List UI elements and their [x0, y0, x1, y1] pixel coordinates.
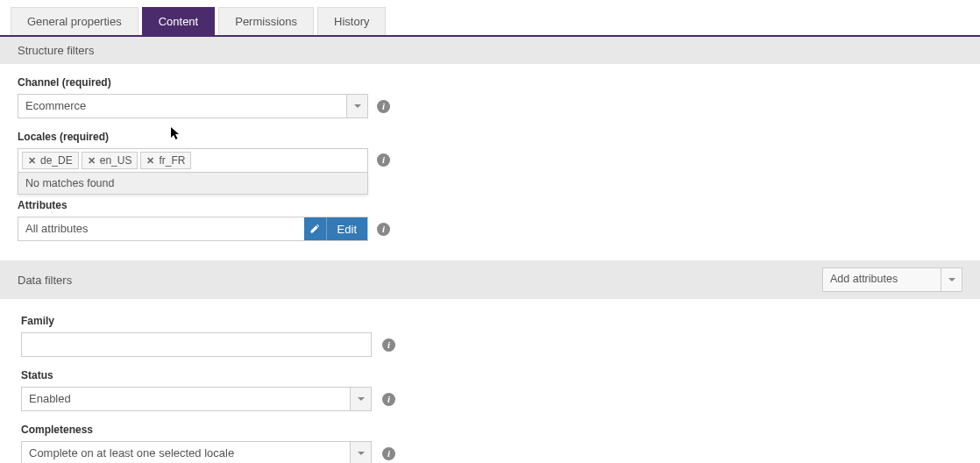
info-icon[interactable]: i [382, 393, 395, 406]
completeness-label: Completeness [21, 424, 959, 436]
no-matches-message: No matches found [18, 173, 367, 194]
locale-tag-en[interactable]: ✕ en_US [82, 152, 138, 169]
family-row: Family i [21, 315, 959, 357]
locales-input[interactable] [194, 153, 364, 168]
status-label: Status [21, 369, 959, 381]
chevron-down-icon [948, 278, 955, 281]
completeness-value: Complete on at least one selected locale [22, 442, 350, 463]
attributes-value: All attributes [18, 217, 304, 240]
section-structure-filters: Structure filters [0, 37, 980, 64]
pencil-icon [309, 224, 320, 234]
info-icon[interactable]: i [377, 100, 390, 113]
structure-filters-body: Channel (required) Ecommerce i Locales (… [0, 64, 980, 260]
family-input[interactable] [21, 332, 372, 357]
locales-multiselect[interactable]: ✕ de_DE ✕ en_US ✕ fr_FR [18, 148, 368, 173]
tag-label: en_US [100, 154, 132, 167]
status-select[interactable]: Enabled [21, 387, 372, 411]
info-icon[interactable]: i [377, 223, 390, 236]
locales-label: Locales (required) [18, 131, 962, 143]
family-label: Family [21, 315, 959, 327]
tag-label: fr_FR [159, 154, 185, 167]
close-icon[interactable]: ✕ [146, 155, 154, 167]
close-icon[interactable]: ✕ [28, 155, 36, 167]
locale-tag-de[interactable]: ✕ de_DE [22, 152, 79, 169]
tab-content[interactable]: Content [142, 7, 216, 35]
tab-general-properties[interactable]: General properties [11, 7, 138, 35]
tab-history[interactable]: History [317, 7, 386, 35]
add-attributes-caret[interactable] [941, 268, 962, 291]
section-title: Data filters [18, 274, 72, 287]
completeness-caret[interactable] [350, 442, 371, 463]
completeness-select[interactable]: Complete on at least one selected locale [21, 441, 372, 463]
chevron-down-icon [358, 397, 365, 401]
tabs-bar: General properties Content Permissions H… [0, 0, 980, 37]
section-title: Structure filters [18, 44, 94, 57]
attributes-row: Attributes All attributes Edit i [18, 199, 962, 241]
channel-value: Ecommerce [18, 95, 346, 118]
locales-dropdown: No matches found [18, 173, 368, 195]
completeness-row: Completeness Complete on at least one se… [21, 424, 959, 463]
add-attributes-label: Add attributes [823, 268, 941, 291]
tab-permissions[interactable]: Permissions [218, 7, 314, 35]
info-icon[interactable]: i [382, 447, 395, 460]
close-icon[interactable]: ✕ [88, 155, 96, 167]
data-filters-body: Family i Status Enabled i Completeness C… [0, 299, 980, 463]
chevron-down-icon [354, 104, 361, 108]
status-value: Enabled [22, 388, 350, 410]
status-caret[interactable] [350, 388, 371, 410]
attributes-field: All attributes Edit [18, 217, 368, 241]
info-icon[interactable]: i [382, 338, 395, 352]
attributes-label: Attributes [18, 199, 962, 211]
edit-label: Edit [327, 217, 367, 240]
add-attributes-select[interactable]: Add attributes [822, 267, 962, 292]
channel-row: Channel (required) Ecommerce i [18, 76, 962, 118]
info-icon[interactable]: i [377, 153, 390, 167]
tag-label: de_DE [40, 154, 73, 167]
channel-caret[interactable] [346, 95, 367, 118]
section-data-filters: Data filters Add attributes [0, 260, 980, 299]
channel-select[interactable]: Ecommerce [18, 94, 368, 118]
status-row: Status Enabled i [21, 369, 959, 411]
locale-tag-fr[interactable]: ✕ fr_FR [140, 152, 191, 169]
chevron-down-icon [358, 452, 365, 455]
edit-attributes-button[interactable]: Edit [304, 217, 367, 240]
locales-row: Locales (required) ✕ de_DE ✕ en_US ✕ fr_… [18, 131, 962, 173]
channel-label: Channel (required) [18, 76, 962, 89]
